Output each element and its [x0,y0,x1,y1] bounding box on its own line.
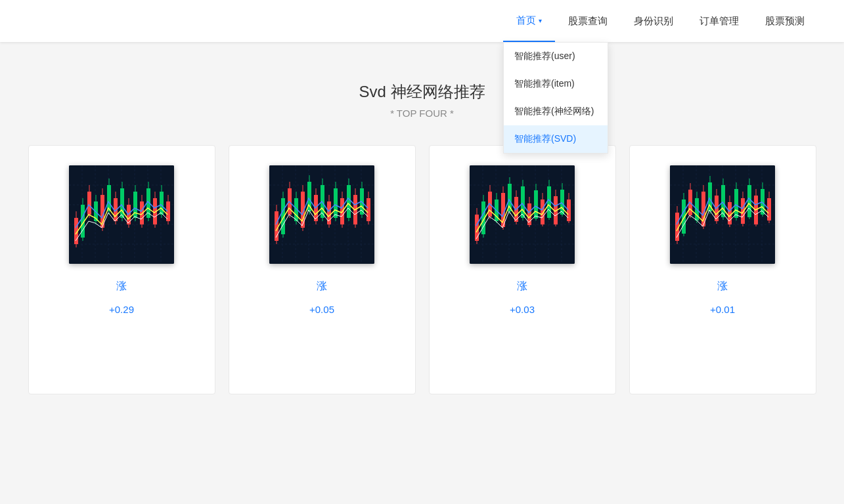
header: 首页 ▾ 智能推荐(user) 智能推荐(item) 智能推荐(神经网络) 智能… [0,0,844,42]
nav-item-order[interactable]: 订单管理 [686,0,752,42]
dropdown-item-user[interactable]: 智能推荐(user) [504,43,608,70]
card-label-1: 涨 [116,280,127,293]
nav-identity-label: 身份识别 [634,15,673,28]
home-dropdown: 智能推荐(user) 智能推荐(item) 智能推荐(神经网络) 智能推荐(SV… [503,42,608,154]
stock-card-3[interactable]: 涨 +0.03 [429,145,616,394]
nav-stock-query-label: 股票查询 [568,15,608,28]
nav-item-predict[interactable]: 股票预测 [752,0,818,42]
card-value-4: +0.01 [710,304,735,315]
card-label-2: 涨 [317,280,327,293]
dropdown-item-svd[interactable]: 智能推荐(SVD) [504,125,608,153]
page-subtitle: * TOP FOUR * [26,108,818,119]
stock-chart-1 [69,165,174,264]
dropdown-item-item[interactable]: 智能推荐(item) [504,70,608,98]
nav-item-identity[interactable]: 身份识别 [621,0,686,42]
dropdown-item-neural[interactable]: 智能推荐(神经网络) [504,98,608,125]
stock-card-4[interactable]: 涨 +0.01 [629,145,816,394]
card-value-3: +0.03 [510,304,535,315]
nav-order-label: 订单管理 [700,15,739,28]
page-title: Svd 神经网络推荐 [26,81,818,102]
nav-bar: 首页 ▾ 智能推荐(user) 智能推荐(item) 智能推荐(神经网络) 智能… [503,0,818,42]
nav-item-stock-query[interactable]: 股票查询 [555,0,621,42]
cards-grid: 涨 +0.29 [28,145,816,394]
card-value-2: +0.05 [309,304,334,315]
card-value-1: +0.29 [109,304,134,315]
stock-chart-4 [670,165,775,264]
nav-item-home[interactable]: 首页 ▾ 智能推荐(user) 智能推荐(item) 智能推荐(神经网络) 智能… [503,0,555,42]
nav-home-label: 首页 [516,14,536,27]
main-content: Svd 神经网络推荐 * TOP FOUR * [0,42,844,504]
card-label-3: 涨 [517,280,527,293]
card-label-4: 涨 [717,280,728,293]
nav-predict-label: 股票预测 [765,15,805,28]
stock-card-2[interactable]: 涨 +0.05 [229,145,416,394]
chevron-down-icon: ▾ [539,17,542,24]
stock-chart-2 [269,165,374,264]
stock-chart-3 [470,165,575,264]
stock-card-1[interactable]: 涨 +0.29 [28,145,215,394]
